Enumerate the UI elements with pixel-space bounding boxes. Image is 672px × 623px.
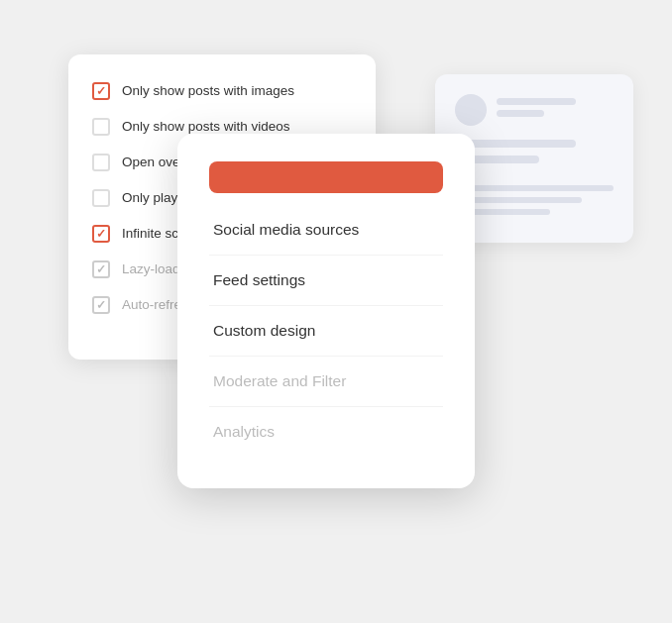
checkbox-cb7[interactable] (92, 296, 110, 314)
checkbox-cb4[interactable] (92, 189, 110, 207)
menu-item-moderate: Moderate and Filter (209, 357, 443, 407)
preview-row-2 (455, 140, 614, 171)
preview-row-1 (455, 94, 614, 126)
checkbox-item-cb2: Only show posts with videos (92, 118, 352, 136)
checkbox-label-cb1: Only show posts with images (122, 83, 294, 98)
preview-lines (497, 98, 576, 122)
checkbox-label-cb2: Only show posts with videos (122, 119, 290, 134)
cross-icon[interactable] (586, 142, 614, 169)
checkbox-item-cb1: Only show posts with images (92, 82, 352, 100)
check-icon[interactable] (586, 96, 614, 124)
checkbox-cb3[interactable] (92, 154, 110, 171)
avatar (455, 94, 487, 126)
preview-small-lines (455, 185, 614, 215)
checkbox-cb2[interactable] (92, 118, 110, 136)
preview-line (497, 98, 576, 105)
menu-item-design[interactable]: Custom design (209, 306, 443, 357)
menu-item-analytics: Analytics (209, 407, 443, 457)
preview-line-short (497, 110, 544, 117)
checkbox-cb5[interactable] (92, 225, 110, 243)
scene: Only show posts with imagesOnly show pos… (39, 35, 633, 589)
checkbox-cb6[interactable] (92, 260, 110, 278)
menu-item-feed[interactable]: Feed settings (209, 256, 443, 306)
main-modal-card: Social media sourcesFeed settingsCustom … (177, 134, 475, 488)
checkbox-cb1[interactable] (92, 82, 110, 100)
small-line-1 (455, 185, 614, 191)
add-social-media-source-button[interactable] (209, 161, 443, 193)
menu-item-social[interactable]: Social media sources (209, 201, 443, 256)
